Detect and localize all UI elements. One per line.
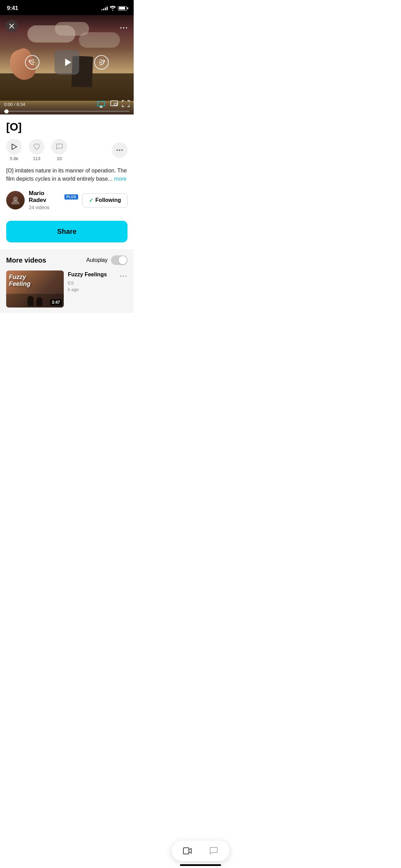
svg-rect-7 (114, 103, 117, 105)
video-card-meta: ES k ago (68, 280, 116, 293)
progress-dot (4, 109, 9, 113)
video-card-title: Fuzzy Feelings (68, 271, 116, 278)
creator-avatar[interactable] (6, 191, 25, 209)
share-button[interactable]: Share (6, 221, 127, 242)
creator-name-row: Mario Radev PLUS (29, 190, 78, 204)
toggle-knob (119, 256, 127, 264)
more-action[interactable] (112, 142, 127, 158)
likes-icon-wrap (29, 139, 45, 155)
comment-icon (56, 143, 63, 150)
more-videos-header: More videos Autoplay (6, 255, 127, 265)
action-bar: 5.8k 113 10 (6, 139, 127, 161)
video-title: [O] (6, 121, 127, 133)
video-card[interactable]: Fuzzy Feeling 3:47 Fuzzy Feelings ES k a… (6, 270, 127, 313)
thumb-title-text: Fuzzy Feeling (9, 274, 31, 288)
comments-icon-wrap (51, 139, 67, 155)
creator-info: Mario Radev PLUS 24 videos (29, 190, 78, 210)
comments-count: 10 (57, 156, 62, 161)
svg-marker-8 (12, 144, 17, 149)
status-bar: 9:41 (0, 0, 134, 15)
video-top-bar: ... (0, 15, 134, 37)
wifi-icon (110, 6, 116, 11)
plays-count: 5.8k (10, 156, 19, 161)
avatar-image (6, 191, 25, 209)
card-more-button[interactable]: ... (120, 270, 127, 278)
video-bottom-bar: 0:00 / 6:34 (0, 100, 134, 114)
video-controls: 10 10 (24, 50, 110, 75)
more-icon-wrap (112, 142, 127, 158)
plus-badge: PLUS (64, 194, 78, 200)
svg-text:10: 10 (31, 61, 35, 64)
following-label: Following (95, 197, 121, 203)
share-section: Share (0, 217, 134, 249)
autoplay-row: Autoplay (86, 255, 127, 265)
more-videos-title: More videos (6, 256, 46, 264)
pip-button[interactable] (110, 100, 118, 109)
close-button[interactable] (5, 20, 18, 32)
following-button[interactable]: ✓ Following (82, 193, 127, 207)
time-controls: 0:00 / 6:34 (4, 100, 130, 109)
creator-videos: 24 videos (29, 205, 49, 210)
video-thumbnail: Fuzzy Feeling 3:47 (6, 270, 64, 308)
signal-icon (101, 6, 108, 10)
video-content: [O] 5.8k 113 10 (0, 114, 134, 210)
svg-point-9 (117, 149, 118, 151)
check-icon: ✓ (89, 197, 93, 204)
thumb-duration: 3:47 (50, 299, 62, 305)
play-button[interactable] (54, 50, 79, 75)
video-card-info: Fuzzy Feelings ES k ago (68, 270, 116, 293)
airplay-button[interactable] (97, 100, 106, 108)
progress-bar[interactable] (4, 111, 130, 112)
heart-icon (33, 143, 40, 150)
video-action-icons (97, 100, 130, 109)
time-display: 0:00 / 6:34 (4, 102, 25, 107)
status-icons (101, 6, 127, 11)
play-icon (10, 143, 18, 150)
svg-marker-2 (65, 59, 71, 66)
creator-name: Mario Radev (29, 190, 62, 204)
more-link[interactable]: more (114, 176, 126, 182)
forward-button[interactable]: 10 (93, 54, 110, 71)
svg-point-11 (121, 149, 123, 151)
plays-icon-wrap (6, 139, 22, 155)
ellipsis-icon (116, 146, 123, 154)
more-videos-section: More videos Autoplay Fuzzy Feeling 3:47 (0, 249, 134, 313)
video-player[interactable]: ... 10 10 0:00 (0, 15, 134, 114)
creator-row: Mario Radev PLUS 24 videos ✓ Following (6, 190, 127, 210)
autoplay-label: Autoplay (86, 257, 108, 263)
autoplay-toggle[interactable] (111, 255, 127, 265)
fullscreen-button[interactable] (122, 100, 130, 109)
svg-point-10 (119, 149, 120, 151)
battery-icon (118, 6, 127, 11)
video-description: [O] imitates nature in its manner of ope… (6, 167, 127, 183)
svg-text:10: 10 (99, 61, 102, 64)
rewind-button[interactable]: 10 (24, 54, 41, 71)
status-time: 9:41 (7, 5, 18, 12)
plays-action[interactable]: 5.8k (6, 139, 22, 161)
likes-action[interactable]: 113 (29, 139, 45, 161)
comments-action[interactable]: 10 (51, 139, 67, 161)
video-more-button[interactable]: ... (120, 22, 128, 31)
likes-count: 113 (33, 156, 40, 161)
